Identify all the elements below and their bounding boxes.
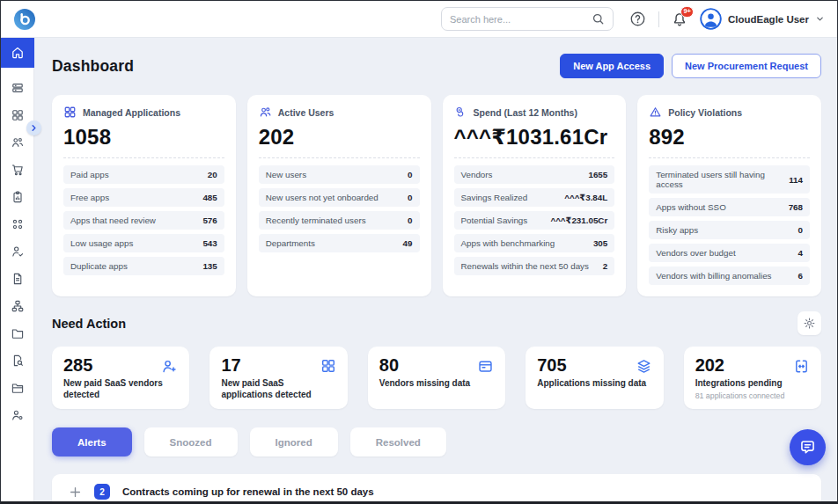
card-title: Managed Applications: [83, 107, 180, 118]
sidebar-item-archive[interactable]: [1, 381, 34, 395]
new-procurement-request-button[interactable]: New Procurement Request: [672, 54, 821, 78]
file-search-icon: [11, 354, 25, 368]
sidebar-item-users[interactable]: [1, 135, 34, 150]
new-vendors-card[interactable]: 285 New paid SaaS vendors detected: [52, 347, 189, 409]
coins-icon: [454, 106, 467, 119]
stat-row[interactable]: Vendors1655: [454, 165, 615, 184]
sidebar-item-integrations[interactable]: [1, 217, 34, 231]
stat-row[interactable]: Apps without SSO768: [649, 198, 810, 216]
sidebar-item-home[interactable]: [1, 38, 34, 68]
card-title: Policy Violations: [668, 107, 742, 118]
spend-card: Spend (Last 12 Months) ^^^₹1031.61Cr Ven…: [443, 95, 627, 296]
need-action-title: Need Action: [52, 317, 126, 331]
chat-fab-button[interactable]: [790, 429, 826, 465]
stat-row[interactable]: Recently terminated users0: [259, 211, 420, 230]
integration-icon: [793, 358, 810, 375]
tab-snoozed[interactable]: Snoozed: [144, 427, 238, 457]
warning-triangle-icon: [649, 106, 662, 119]
card-value: ^^^₹1031.61Cr: [454, 125, 615, 150]
home-icon: [11, 46, 25, 60]
document-icon: [11, 272, 25, 286]
user-menu[interactable]: CloudEagle User: [700, 8, 825, 30]
stat-row[interactable]: Renewals within the next 50 days2: [454, 257, 615, 275]
user-name: CloudEagle User: [728, 14, 809, 25]
card-title: Spend (Last 12 Months): [474, 107, 577, 118]
stat-row[interactable]: Free apps485: [63, 188, 224, 207]
stat-row[interactable]: Vendors over budget4: [649, 244, 810, 262]
page-title: Dashboard: [52, 57, 134, 76]
stat-row[interactable]: Departments49: [259, 234, 420, 252]
archive-card-icon: [477, 358, 494, 375]
stat-row[interactable]: Apps that need review576: [63, 211, 224, 230]
stat-row[interactable]: Apps with benchmarking305: [454, 234, 615, 252]
stat-row[interactable]: New users0: [259, 165, 420, 184]
expand-plus-icon[interactable]: [69, 486, 82, 499]
summary-cards: Managed Applications 1058 Paid apps20 Fr…: [52, 95, 821, 296]
alert-count-badge: 2: [94, 484, 110, 500]
policy-violations-card: Policy Violations 892 Terminated users s…: [637, 95, 821, 296]
stat-row[interactable]: Duplicate apps135: [63, 257, 224, 275]
main-content: Dashboard New App Access New Procurement…: [34, 38, 837, 501]
apps-grid-icon: [11, 108, 25, 122]
apps-grid-icon: [63, 106, 77, 119]
cloudeagle-logo-icon: [13, 8, 36, 31]
integrations-pending-card[interactable]: 202 Integrations pending 81 applications…: [684, 347, 821, 409]
stat-row[interactable]: Potential Savings^^^₹231.05Cr: [454, 211, 615, 230]
user-gear-icon: [11, 408, 25, 422]
new-app-access-button[interactable]: New App Access: [560, 54, 664, 78]
card-value: 202: [259, 125, 420, 150]
notification-badge: 9+: [680, 6, 694, 18]
sidebar-item-admin[interactable]: [1, 408, 34, 422]
chevron-down-icon: [815, 14, 825, 24]
sidebar-item-procurement[interactable]: [1, 163, 34, 177]
vendors-missing-data-card[interactable]: 80 Vendors missing data: [368, 347, 505, 409]
tab-ignored[interactable]: Ignored: [250, 427, 338, 457]
sidebar-expand-button[interactable]: [26, 121, 41, 135]
hub-icon: [11, 217, 25, 231]
sidebar-item-documents[interactable]: [1, 272, 34, 286]
card-value: 892: [649, 125, 810, 150]
sidebar-item-access[interactable]: [1, 245, 34, 259]
need-action-cards: 285 New paid SaaS vendors detected 17 Ne…: [52, 347, 821, 409]
header-divider: [658, 11, 659, 27]
layers-icon: [636, 358, 652, 375]
alert-tabs: Alerts Snoozed Ignored Resolved: [52, 427, 821, 457]
user-check-icon: [11, 245, 25, 259]
stat-row[interactable]: Low usage apps543: [63, 234, 224, 252]
tab-resolved[interactable]: Resolved: [350, 427, 446, 457]
sidebar-item-workflows[interactable]: [1, 299, 34, 313]
clipboard-icon: [11, 190, 25, 204]
search-input[interactable]: [450, 14, 592, 25]
avatar: [700, 8, 722, 30]
workflow-icon: [11, 299, 25, 313]
stat-row[interactable]: Paid apps20: [63, 165, 224, 184]
search-box[interactable]: [441, 7, 614, 31]
team-icon: [11, 135, 25, 150]
search-icon: [592, 12, 605, 26]
sidebar-item-applications[interactable]: [1, 108, 34, 122]
chat-bubble-icon: [798, 438, 817, 457]
card-value: 1058: [63, 125, 224, 150]
gear-icon: [803, 317, 816, 330]
help-icon[interactable]: [629, 11, 646, 27]
alert-row-contracts-renewal[interactable]: 2 Contracts coming up for renewal in the…: [52, 474, 821, 501]
managed-applications-card: Managed Applications 1058 Paid apps20 Fr…: [52, 95, 236, 296]
sidebar-item-inbox[interactable]: [1, 81, 34, 95]
sidebar-item-audit[interactable]: [1, 354, 34, 368]
stat-row[interactable]: Savings Realized^^^₹3.84L: [454, 188, 615, 207]
user-plus-icon: [161, 358, 178, 375]
new-applications-card[interactable]: 17 New paid SaaS applications detected: [210, 347, 347, 409]
stat-row[interactable]: Vendors with billing anomalies6: [649, 267, 810, 285]
sidebar-item-contracts[interactable]: [1, 326, 34, 340]
sidebar-item-reports[interactable]: [1, 190, 34, 204]
stat-row[interactable]: Terminated users still having access114: [649, 165, 810, 194]
top-bar: 9+ CloudEagle User: [1, 1, 837, 38]
stat-row[interactable]: Risky apps0: [649, 221, 810, 239]
integrations-connected-subtext: 81 applications connected: [695, 391, 810, 400]
need-action-settings-button[interactable]: [798, 311, 821, 335]
applications-missing-data-card[interactable]: 705 Applications missing data: [526, 347, 663, 409]
card-title: Active Users: [278, 107, 334, 118]
stat-row[interactable]: New users not yet onboarded0: [259, 188, 420, 207]
tab-alerts[interactable]: Alerts: [52, 427, 132, 457]
cart-icon: [11, 163, 25, 177]
